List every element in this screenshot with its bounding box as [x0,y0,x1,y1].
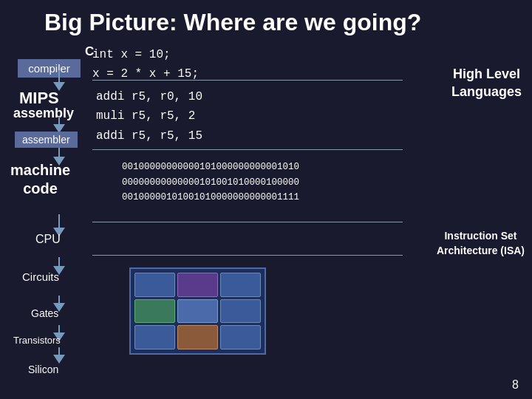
hline-2 [92,149,403,150]
cpu-block-6 [220,299,261,324]
assembly-line3: addi r5, r5, 15 [96,126,202,146]
cpu-block-2 [177,273,218,297]
binary-code-block: 00100000000000101000000000001010 0000000… [122,160,299,205]
assembly-line1: addi r5, r0, 10 [96,87,202,106]
c-code-block: int x = 10; x = 2 * x + 15; [92,46,199,83]
assembly-arrow [53,117,65,133]
cpu-diagram [129,267,266,355]
c-code-line1: int x = 10; [92,46,199,65]
transistors-label: Transistors [13,335,61,346]
page-number: 8 [512,378,519,392]
hline-3 [92,222,403,222]
assembly-code-block: addi r5, r0, 10 muli r5, r5, 2 addi r5, … [96,87,202,146]
compiler-label: compiler [18,59,81,78]
cpu-block-4 [134,299,175,324]
binary-line3: 00100000101001010000000000001111 [122,190,299,205]
c-code-line2: x = 2 * x + 15; [92,65,199,84]
cpu-block-8 [177,325,218,349]
cpu-block-1 [134,273,175,297]
assembler-label: assembler [15,132,78,148]
compiler-arrow [53,70,65,91]
cpu-block-3 [220,273,261,297]
transistors-arrow [53,347,65,364]
cpu-block-7 [134,325,175,349]
hline-4 [92,255,403,256]
page-title: Big Picture: Where are we going? [44,9,421,36]
hline-1 [92,80,403,81]
isa-label: Instruction Set Architecture (ISA) [437,229,525,258]
cpu-label: CPU [35,233,61,246]
binary-line2: 00000000000000101001010000100000 [122,175,299,191]
gates-label: Gates [31,307,58,319]
silicon-label: Silicon [28,364,58,375]
circuits-label: Circuits [22,270,59,283]
cpu-block-5 [177,299,218,324]
machine-code-label: machine code [10,161,70,198]
cpu-block-9 [220,325,261,349]
high-level-languages-label: High Level Languages [451,65,522,101]
binary-line1: 00100000000000101000000000001010 [122,160,299,175]
assembly-line2: muli r5, r5, 2 [96,106,202,126]
